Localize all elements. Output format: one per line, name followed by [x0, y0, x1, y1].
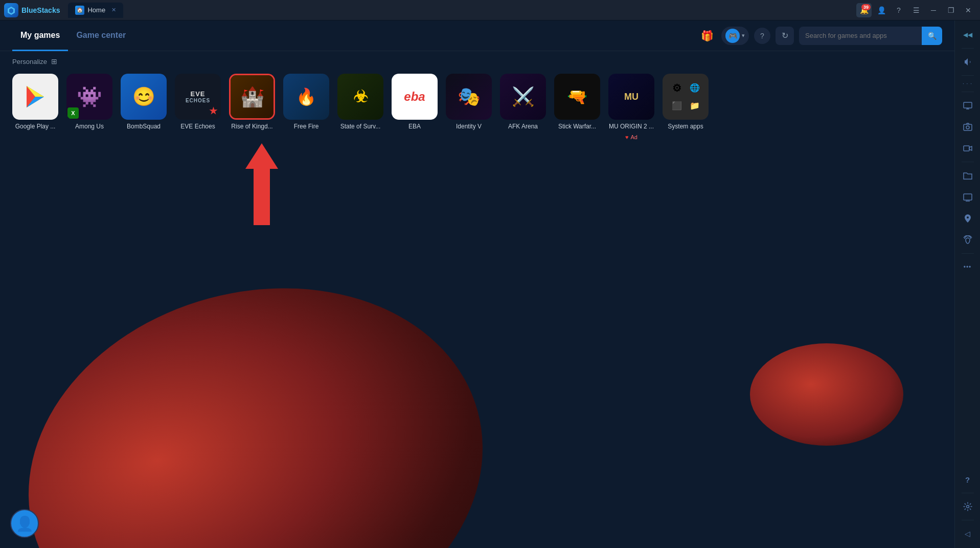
nav-actions: 🎁 🎮 ▾ ? ↻ 🔍	[698, 27, 942, 45]
account-button[interactable]: 👤	[874, 3, 889, 17]
camera-icon[interactable]	[958, 117, 978, 137]
planet-large	[0, 238, 524, 548]
sidebar-separator-1	[962, 48, 974, 49]
restore-button[interactable]: ❐	[943, 3, 959, 17]
svg-rect-6	[964, 102, 972, 108]
brand-name: BlueStacks	[21, 6, 60, 14]
main-layout: My games Game center 🎁 🎮 ▾ ? ↻ 🔍	[0, 20, 980, 548]
svg-rect-9	[964, 124, 972, 130]
arrow-head	[245, 143, 278, 169]
search-box: 🔍	[799, 27, 942, 45]
svg-point-14	[966, 506, 969, 508]
titlebar-controls: 🔔 39 👤 ? ☰ ─ ❐ ✕	[856, 3, 976, 17]
search-button[interactable]: 🔍	[922, 27, 942, 45]
hamburger-button[interactable]: ☰	[908, 3, 924, 17]
bottom-user-avatar[interactable]: 👤	[10, 509, 39, 538]
refresh-button[interactable]: ↻	[776, 27, 794, 45]
fingerprint-icon[interactable]	[958, 230, 978, 250]
notifications-button[interactable]: 🔔 39	[856, 3, 872, 17]
bluestacks-logo-icon	[4, 3, 18, 17]
close-button[interactable]: ✕	[961, 3, 976, 17]
help-nav-button[interactable]: ?	[754, 28, 770, 44]
help-sidebar-icon[interactable]: ?	[958, 469, 978, 490]
video-icon[interactable]	[958, 138, 978, 159]
planet-small	[750, 343, 903, 446]
right-sidebar: ◀◀ · · · ••• ?	[954, 20, 980, 548]
nav-tabs: My games Game center	[12, 20, 134, 51]
svg-rect-12	[964, 194, 972, 200]
search-input[interactable]	[799, 28, 922, 43]
sidebar-separator-6	[962, 493, 974, 493]
sidebar-separator-4	[962, 162, 974, 162]
minimize-button[interactable]: ─	[926, 3, 941, 17]
tab-icon: 🏠	[75, 6, 84, 15]
content-area: My games Game center 🎁 🎮 ▾ ? ↻ 🔍	[0, 20, 954, 548]
sidebar-separator-3	[962, 92, 974, 92]
tab-game-center[interactable]: Game center	[68, 21, 134, 51]
screen-icon[interactable]	[958, 95, 978, 116]
arrow-shaft	[254, 169, 270, 225]
sidebar-separator-5	[962, 253, 974, 254]
help-title-button[interactable]: ?	[891, 3, 906, 17]
volume-icon[interactable]	[958, 52, 978, 72]
red-arrow-annotation	[245, 143, 278, 225]
titlebar: BlueStacks 🏠 Home ✕ 🔔 39 👤 ? ☰ ─ ❐ ✕	[0, 0, 980, 20]
game-icon: 🏰	[231, 75, 274, 118]
personalize-settings-icon[interactable]: ⊞	[51, 57, 57, 65]
background-scene	[0, 113, 954, 548]
sidebar-expand-icon[interactable]: ◀◀	[958, 25, 978, 45]
svg-rect-11	[964, 146, 969, 151]
nav-bar: My games Game center 🎁 🎮 ▾ ? ↻ 🔍	[0, 20, 954, 51]
gift-button[interactable]: 🎁	[698, 27, 716, 45]
arrow-left-icon[interactable]: ◁	[958, 523, 978, 544]
sidebar-separator-7	[962, 520, 974, 520]
user-avatar-button[interactable]: 🎮 ▾	[721, 27, 749, 45]
personalize-label: Personalize	[12, 58, 47, 65]
avatar-circle: 🎮	[725, 29, 740, 43]
titlebar-tab[interactable]: 🏠 Home ✕	[68, 3, 123, 18]
settings-sidebar-icon[interactable]	[958, 496, 978, 517]
svg-point-10	[966, 126, 969, 129]
sidebar-separator-2	[962, 75, 974, 76]
tv-icon[interactable]	[958, 187, 978, 207]
avatar-chevron-icon: ▾	[742, 32, 745, 39]
titlebar-logo: BlueStacks	[4, 3, 60, 17]
personalize-bar: Personalize ⊞	[0, 51, 954, 70]
folder-icon[interactable]	[958, 165, 978, 186]
tab-close-icon[interactable]: ✕	[111, 7, 116, 13]
tab-label: Home	[87, 6, 105, 14]
dots-separator-icon: · · ·	[961, 79, 974, 89]
tab-my-games[interactable]: My games	[12, 21, 68, 51]
notification-badge: 39	[861, 4, 871, 10]
location-icon[interactable]	[958, 208, 978, 229]
more-options-icon[interactable]: •••	[958, 257, 978, 277]
